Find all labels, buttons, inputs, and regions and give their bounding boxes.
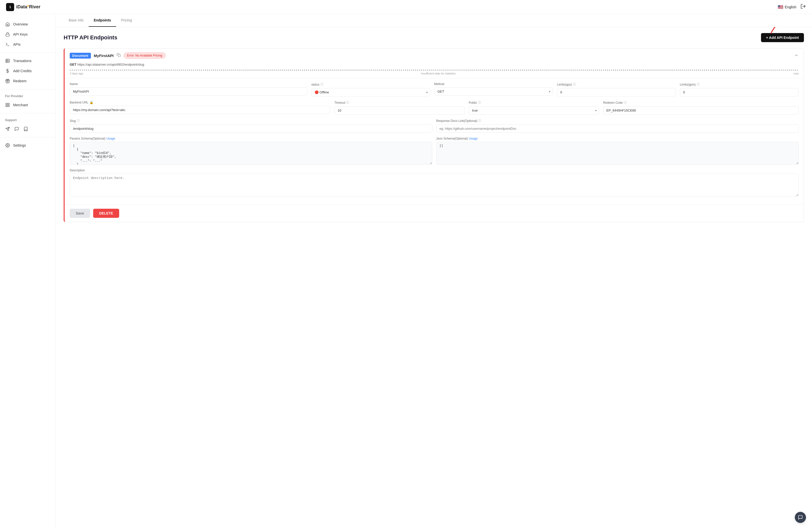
public-info-icon: ⓘ [478,101,481,105]
sidebar: Overview API Keys APIs Transations Add [0,14,56,529]
label-params-schema: Params Schema(Optional) Usage [70,137,432,140]
logo-icon: 1 [6,3,14,11]
label-slug: Slug ⓘ [70,119,432,123]
page-title-row: HTTP API Endpoints + Add API Endpoint [63,33,804,42]
progress-label-left: 3 days ago [70,72,83,75]
form-row-slug: Slug ⓘ Response Docs Link(Optional) ⓘ [70,119,799,133]
chat-bubble[interactable] [795,512,806,523]
svg-rect-12 [6,105,7,107]
language-selector[interactable]: 🇺🇸 English [778,4,796,10]
sidebar-section-support: Support [0,116,55,124]
page-title: HTTP API Endpoints [63,34,117,41]
save-button[interactable]: Save [70,209,90,218]
sidebar-item-settings[interactable]: Settings [0,140,55,150]
app-layout: Overview API Keys APIs Transations Add [0,14,812,529]
endpoint-card: Document MyFirstAPI Error: No Available … [63,48,804,222]
input-response-docs[interactable] [436,124,799,133]
card-footer: Save DELETE [64,204,804,222]
copy-icon[interactable] [117,53,121,58]
sidebar-item-redeem[interactable]: Redeem [0,76,55,86]
tab-endpoints[interactable]: Endpoints [89,14,116,27]
label-timeout: Timeout ⓘ [334,101,465,105]
dollar-icon [5,69,10,73]
sidebar-item-label: APIs [13,42,21,46]
tab-base-info[interactable]: Base Info [63,14,89,27]
select-method[interactable]: GET POST PUT DELETE [434,87,553,95]
input-slug[interactable] [70,124,432,133]
textarea-params-schema[interactable]: [ { "name": "bindId", "desc": "绑定用户ID", … [70,142,432,164]
label-redeem-code: Redeem Code ⓘ [603,101,799,105]
lang-label: English [785,5,796,9]
label-response-docs: Response Docs Link(Optional) ⓘ [436,119,799,123]
collapse-button[interactable] [794,53,799,58]
svg-rect-9 [6,103,7,104]
logout-button[interactable] [800,3,806,10]
select-public[interactable]: true false [469,106,599,115]
sidebar-item-overview[interactable]: Overview [0,19,55,29]
delete-button[interactable]: DELETE [93,209,119,218]
telegram-icon[interactable] [5,127,10,132]
status-info-icon: ⓘ [320,82,323,87]
textarea-description[interactable] [70,174,799,196]
form-group-method: Method GET POST PUT DELETE [434,82,553,97]
label-name: Name [70,82,307,86]
form-group-public: Public ⓘ true false [469,101,599,115]
svg-rect-11 [8,105,9,107]
public-select-wrapper: true false [469,106,599,115]
input-timeout[interactable] [334,106,465,115]
svg-rect-10 [8,103,9,104]
sidebar-support-icons [0,124,55,134]
settings-icon [5,143,10,148]
sidebar-item-add-credits[interactable]: Add Credits [0,66,55,76]
add-endpoint-button[interactable]: + Add API Endpoint [761,33,804,42]
url-method: GET [70,63,76,67]
svg-point-15 [7,145,8,146]
terminal-icon [5,42,10,47]
form-row-schemas: Params Schema(Optional) Usage [ { "name"… [70,137,799,164]
params-schema-usage-link[interactable]: Usage [106,137,115,140]
textarea-json-schema[interactable]: [] [436,142,799,164]
grid-icon [5,102,10,107]
api-name: MyFirstAPI [94,54,114,58]
label-json-schema: Json Schema(Optional) Usage [436,137,799,140]
progress-label-right: now [794,72,799,75]
card-header-left: Document MyFirstAPI Error: No Available … [70,53,165,59]
method-select-wrapper: GET POST PUT DELETE [434,87,553,95]
form-group-params-schema: Params Schema(Optional) Usage [ { "name"… [70,137,432,164]
flag-icon: 🇺🇸 [778,4,783,10]
input-redeem-code[interactable] [603,106,799,115]
label-public: Public ⓘ [469,101,599,105]
progress-label-mid: Insufficient data for statistics [421,72,456,75]
book-icon[interactable] [23,127,28,132]
sidebar-item-label: Add Credits [13,69,32,73]
error-badge: Error: No Available Pricing [124,53,165,59]
sidebar-item-api-keys[interactable]: API Keys [0,29,55,39]
progress-area: 3 days ago Insufficient data for statist… [64,69,804,78]
json-schema-usage-link[interactable]: Usage [469,137,478,140]
sidebar-item-apis[interactable]: APIs [0,39,55,49]
progress-track [70,69,799,71]
document-badge[interactable]: Document [70,53,91,59]
input-limits-qps[interactable] [557,88,676,97]
widget-icon[interactable] [14,127,19,132]
svg-rect-17 [118,55,120,57]
sidebar-item-label: Transations [13,59,32,63]
input-name[interactable] [70,87,307,95]
top-header: 1 iData*River 🇺🇸 English [0,0,812,14]
gift-icon [5,78,10,84]
input-backend-url[interactable] [70,106,330,114]
input-limits-qpm[interactable] [680,88,799,97]
logo-text: iData*River [16,4,40,10]
form-group-json-schema: Json Schema(Optional) Usage [] [436,137,799,164]
sidebar-item-transactions[interactable]: Transations [0,56,55,66]
sidebar-item-label: Merchant [13,103,28,107]
svg-rect-1 [6,34,9,36]
select-status[interactable]: 🔴 Offline 🟢 Online [311,88,430,97]
qpm-info-icon: ⓘ [697,82,700,87]
slug-info-icon: ⓘ [77,119,80,123]
label-description: Description [70,168,799,172]
tab-pricing[interactable]: Pricing [116,14,137,27]
sidebar-divider-4 [0,137,55,137]
sidebar-item-merchant[interactable]: Merchant [0,100,55,110]
logo: 1 iData*River [6,3,40,11]
